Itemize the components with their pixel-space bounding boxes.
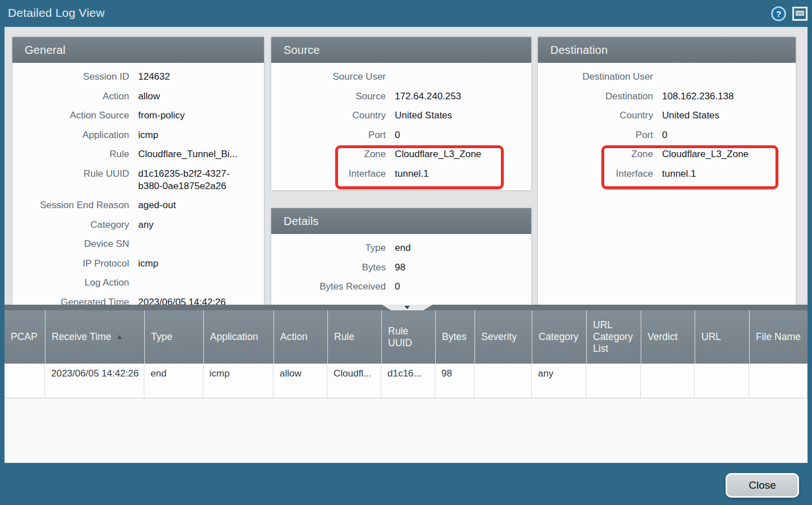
field-row-zone: ZoneCloudflare_L3_Zone [271,148,531,160]
field-row-interface: Interfacetunnel.1 [271,168,531,180]
field-value: icmp [138,129,264,141]
field-value: any [138,219,264,231]
field-row-country: CountryUnited States [271,109,531,122]
cell-rule-uuid: d1c16... [381,364,435,398]
field-row-source: Source172.64.240.253 [271,90,531,103]
field-row-ip-protocol: IP Protocolicmp [12,258,264,270]
column-header-action[interactable]: Action [273,310,327,364]
column-header-bytes[interactable]: Bytes [435,310,475,364]
field-value: United States [662,109,796,122]
column-header-pcap[interactable]: PCAP [4,310,45,364]
field-label: Zone [271,148,386,160]
field-value: from-policy [138,109,264,122]
column-header-label: Category [539,331,578,343]
field-value: aged-out [138,199,264,212]
field-value: United States [395,109,531,122]
field-value: 108.162.236.138 [662,90,796,103]
sort-asc-icon: ▲ [116,331,123,343]
field-value: 0 [395,281,531,293]
field-label: Bytes Received [271,281,386,293]
column-header-label: Verdict [647,331,678,343]
field-value [138,238,264,250]
column-header-rule-uuid[interactable]: Rule UUID [381,310,435,364]
column-header-label: Application [210,331,258,343]
field-row-action: Actionallow [12,90,264,103]
field-label: Source [271,90,386,103]
field-label: Source User [271,71,386,83]
destination-panel-header: Destination [538,37,796,63]
field-row-application: Applicationicmp [12,129,264,141]
cell-file-name [749,364,808,398]
field-row-country: CountryUnited States [538,109,796,122]
field-label: Destination [538,90,653,103]
log-detail-panels-region: General Session ID124632ActionallowActio… [4,27,808,305]
field-value: 172.64.240.253 [395,90,531,103]
field-row-bytes: Bytes98 [271,261,531,274]
column-header-label: Severity [481,331,517,343]
log-table: PCAPReceive Time▲TypeApplicationActionRu… [4,310,808,463]
log-table-header: PCAPReceive Time▲TypeApplicationActionRu… [4,310,808,364]
field-label: Device SN [12,238,129,250]
field-row-device-sn: Device SN [12,238,264,250]
column-header-label: PCAP [11,331,38,343]
field-value: allow [138,90,264,103]
field-value: 0 [662,129,796,141]
field-value: tunnel.1 [662,168,796,180]
column-header-verdict[interactable]: Verdict [641,310,695,364]
cell-verdict [641,364,695,398]
column-header-label: URL [701,331,721,343]
column-header-file-name[interactable]: File Name [749,310,808,364]
maximize-icon[interactable] [792,7,808,21]
field-row-session-id: Session ID124632 [12,71,264,83]
cell-rule: Cloudfl... [327,364,381,398]
field-row-destination-user: Destination User [538,71,796,83]
field-row-log-action: Log Action [12,277,264,289]
field-value: tunnel.1 [395,168,531,180]
column-header-receive-time[interactable]: Receive Time▲ [45,310,144,364]
details-panel-body: TypeendBytes98Bytes Received0 [271,234,531,293]
field-label: Session ID [12,71,129,83]
column-header-label: File Name [756,331,801,343]
field-label: Port [538,129,653,141]
log-table-row[interactable]: 2023/06/05 14:42:26endicmpallowCloudfl..… [4,364,808,398]
title-bar: Detailed Log View ? [0,0,812,27]
close-button[interactable]: Close [726,473,799,498]
field-row-interface: Interfacetunnel.1 [538,168,796,180]
column-header-label: Type [151,331,172,343]
column-header-severity[interactable]: Severity [475,310,532,364]
field-label: Rule [12,148,129,160]
column-header-type[interactable]: Type [144,310,203,364]
field-value: Cloudflare_L3_Zone [395,148,531,160]
field-label: Destination User [538,71,653,83]
cell-url [695,364,749,398]
field-row-generated-time: Generated Time2023/06/05 14:42:26 [12,296,264,305]
field-label: Category [12,219,129,231]
field-value: icmp [138,258,264,270]
cell-bytes: 98 [435,364,475,398]
column-header-rule[interactable]: Rule [327,310,381,364]
column-header-url-category-list[interactable]: URL Category List [586,310,641,364]
maximize-icon-inner [796,11,804,16]
panel-table-splitter[interactable] [4,305,808,310]
field-row-rule: RuleCloudflare_Tunnel_Bi... [12,148,264,160]
details-panel-header: Details [271,208,531,234]
splitter-handle[interactable] [382,305,432,310]
field-row-session-end-reason: Session End Reasonaged-out [12,199,264,212]
field-label: Interface [538,168,653,180]
general-panel: General Session ID124632ActionallowActio… [12,37,264,305]
help-icon[interactable]: ? [771,6,786,21]
field-value: 124632 [138,71,264,83]
column-header-label: URL Category List [593,319,637,355]
source-panel: Source Source UserSource172.64.240.253Co… [271,37,531,190]
field-label: Action [12,90,129,103]
field-row-type: Typeend [271,242,531,254]
column-header-application[interactable]: Application [203,310,273,364]
field-label: Rule UUID [12,168,129,192]
cell-category: any [532,364,586,398]
field-label: IP Protocol [12,258,129,270]
field-row-action-source: Action Sourcefrom-policy [12,109,264,122]
column-header-url[interactable]: URL [695,310,749,364]
cell-action: allow [273,364,327,398]
column-header-category[interactable]: Category [532,310,586,364]
field-label: Country [538,109,653,122]
